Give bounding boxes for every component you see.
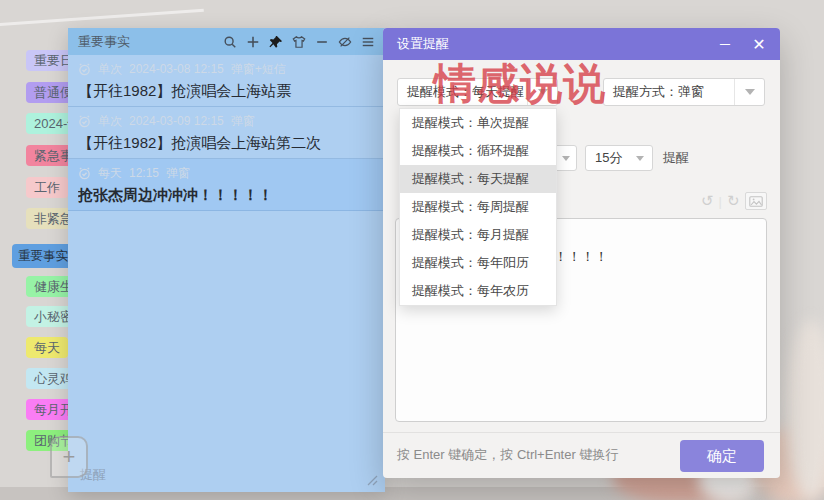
note-content: 抢张杰周边冲冲冲！！！！！ <box>78 182 375 208</box>
minimize-icon[interactable]: ─ <box>716 36 734 52</box>
dropdown-option[interactable]: 提醒模式：每月提醒 <box>400 221 556 249</box>
keyboard-hint: 按 Enter 键确定，按 Ctrl+Enter 键换行 <box>397 446 618 464</box>
dropdown-option[interactable]: 提醒模式：每年阳历 <box>400 249 556 277</box>
resize-grip[interactable] <box>364 472 378 486</box>
alarm-check-icon <box>78 63 91 76</box>
dropdown-option[interactable]: 提醒模式：每年农历 <box>400 277 556 305</box>
alarm-check-icon <box>78 167 91 180</box>
note-mode: 单次 <box>98 113 122 130</box>
dropdown-option[interactable]: 提醒模式：每周提醒 <box>400 193 556 221</box>
minimize-icon[interactable] <box>314 34 329 49</box>
sidebar-tag-label: 重要事实 <box>18 249 68 263</box>
undo-icon[interactable]: ↺ <box>701 192 714 210</box>
sidebar-tag-selected[interactable]: 重要事实 <box>12 244 74 268</box>
desktop: 重要日子 普通便签 2024-计划 紧急事件 工作 非紧急 重要事实 健康生活 … <box>0 0 824 500</box>
notes-titlebar[interactable]: 重要事实 <box>68 28 385 55</box>
note-method: 弹窗+短信 <box>231 61 286 78</box>
note-method: 弹窗 <box>166 165 190 182</box>
redo-icon[interactable]: ↻ <box>727 192 740 210</box>
search-icon[interactable] <box>222 34 237 49</box>
note-time: 2024-03-08 12:15 <box>129 62 224 76</box>
chevron-down-icon[interactable] <box>628 146 652 170</box>
note-mode: 单次 <box>98 61 122 78</box>
reminder-method-select[interactable]: 提醒方式：弹窗 <box>603 78 765 106</box>
sidebar-tag[interactable]: 每天 <box>26 337 68 358</box>
notes-toolbar <box>222 28 375 55</box>
insert-image-button[interactable] <box>745 192 767 210</box>
alarm-check-icon <box>78 115 91 128</box>
watermark: 情感说说 <box>434 56 606 112</box>
minute-value: 15分 <box>595 146 622 170</box>
chevron-down-icon[interactable] <box>734 79 764 105</box>
note-meta: 单次 2024-03-08 12:15 弹窗+短信 <box>78 60 375 78</box>
sidebar-tag[interactable]: 工作 <box>26 177 68 198</box>
reminder-mode-dropdown: 提醒模式：单次提醒 提醒模式：循环提醒 提醒模式：每天提醒 提醒模式：每周提醒 … <box>399 108 557 306</box>
toolbar-divider: | <box>719 194 722 209</box>
remind-suffix-label: 提醒 <box>663 149 689 167</box>
dialog-title: 设置提醒 <box>397 35 449 53</box>
add-icon[interactable] <box>245 34 260 49</box>
note-meta: 每天 12:15 弹窗 <box>78 164 375 182</box>
notes-window: 重要事实 单次 2024-03-08 12:15 弹窗+短信 【开往1982 <box>68 28 385 492</box>
note-content: 【开往1982】抢演唱会上海站第二次 <box>78 130 375 156</box>
notes-list: 单次 2024-03-08 12:15 弹窗+短信 【开往1982】抢演唱会上海… <box>68 55 385 211</box>
dialog-window-controls: ─ ✕ <box>716 28 768 60</box>
note-time: 12:15 <box>129 166 159 180</box>
image-icon <box>749 196 763 207</box>
dropdown-option-selected[interactable]: 提醒模式：每天提醒 <box>400 165 556 193</box>
background-highlight <box>0 9 204 27</box>
note-time: 2024-03-09 12:15 <box>129 114 224 128</box>
theme-shirt-icon[interactable] <box>291 34 306 49</box>
note-content: 【开往1982】抢演唱会上海站票 <box>78 78 375 104</box>
sidebar-tag-label: 每天 <box>34 340 60 355</box>
close-icon[interactable]: ✕ <box>750 35 768 54</box>
notes-window-title: 重要事实 <box>78 33 130 51</box>
minute-select[interactable]: 15分 <box>585 145 653 171</box>
add-note-bubble[interactable]: + <box>50 436 88 478</box>
chevron-down-icon[interactable] <box>556 146 576 170</box>
note-item[interactable]: 单次 2024-03-08 12:15 弹窗+短信 【开往1982】抢演唱会上海… <box>68 55 385 107</box>
note-method: 弹窗 <box>231 113 255 130</box>
menu-icon[interactable] <box>360 34 375 49</box>
note-item[interactable]: 单次 2024-03-09 12:15 弹窗 【开往1982】抢演唱会上海站第二… <box>68 107 385 159</box>
note-mode: 每天 <box>98 165 122 182</box>
dialog-footer-divider <box>383 432 780 433</box>
plus-icon: + <box>63 444 76 469</box>
note-item-selected[interactable]: 每天 12:15 弹窗 抢张杰周边冲冲冲！！！！！ <box>68 159 385 211</box>
dropdown-option[interactable]: 提醒模式：单次提醒 <box>400 109 556 137</box>
sidebar-tag-label: 工作 <box>34 180 60 195</box>
note-meta: 单次 2024-03-09 12:15 弹窗 <box>78 112 375 130</box>
dropdown-option[interactable]: 提醒模式：循环提醒 <box>400 137 556 165</box>
confirm-button[interactable]: 确定 <box>680 440 764 472</box>
editor-toolbar: ↺ | ↻ <box>701 192 767 210</box>
reminder-method-value: 提醒方式：弹窗 <box>613 79 704 105</box>
pin-icon[interactable] <box>268 34 283 49</box>
hide-content-icon[interactable] <box>337 34 352 49</box>
